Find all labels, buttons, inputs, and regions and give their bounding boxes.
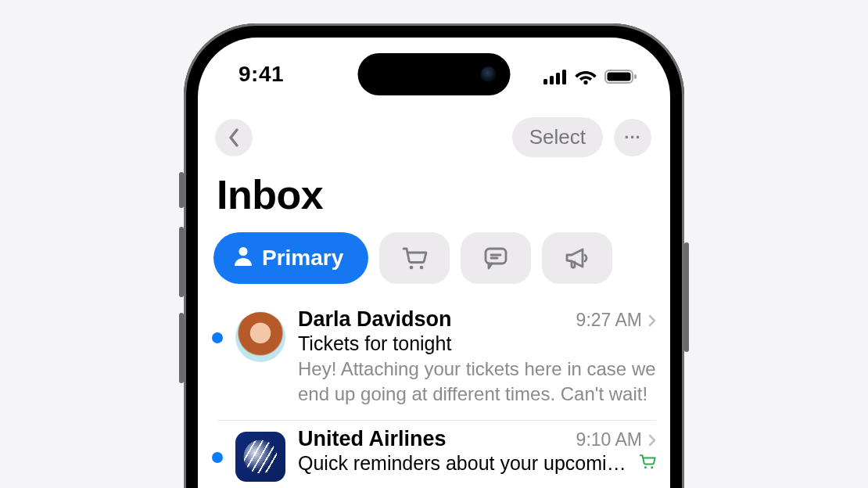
chevron-right-icon <box>648 434 656 447</box>
mail-preview: Hey! Attaching your tickets here in case… <box>298 357 656 406</box>
mail-subject: Tickets for tonight <box>298 332 656 355</box>
volume-down-button <box>179 313 184 383</box>
mail-time: 9:10 AM <box>576 429 642 450</box>
front-camera <box>481 66 497 82</box>
avatar <box>235 312 285 362</box>
volume-up-button <box>179 227 184 297</box>
svg-point-8 <box>239 247 248 256</box>
svg-point-15 <box>651 467 653 469</box>
svg-rect-0 <box>543 79 547 84</box>
page-title: Inbox <box>217 171 656 218</box>
select-button[interactable]: Select <box>512 117 603 157</box>
svg-rect-1 <box>550 76 554 84</box>
mail-list[interactable]: Darla Davidson 9:27 AM Tickets for tonig… <box>212 301 656 488</box>
avatar <box>235 432 285 482</box>
chat-icon <box>483 246 508 270</box>
svg-point-10 <box>420 266 424 270</box>
phone-frame: 9:41 Select <box>184 23 684 488</box>
cellular-icon <box>543 69 567 84</box>
mail-subject: Quick reminders about your upcoming… <box>298 452 631 475</box>
ellipsis-icon: ··· <box>624 127 640 148</box>
side-button <box>179 172 184 208</box>
mail-app: Select ··· Inbox Primary <box>198 114 670 488</box>
more-button[interactable]: ··· <box>614 119 651 156</box>
back-button[interactable] <box>215 119 253 156</box>
chevron-right-icon <box>648 314 656 327</box>
tab-primary-label: Primary <box>262 246 343 271</box>
svg-rect-2 <box>556 73 560 84</box>
mail-item[interactable]: Darla Davidson 9:27 AM Tickets for tonig… <box>217 301 656 421</box>
svg-point-4 <box>583 81 587 84</box>
mail-item[interactable]: United Airlines 9:10 AM Quick reminders … <box>217 421 656 488</box>
power-button <box>684 242 689 352</box>
sender-name: Darla Davidson <box>298 307 452 332</box>
status-time: 9:41 <box>239 59 284 87</box>
svg-rect-6 <box>608 73 631 81</box>
person-icon <box>234 246 253 271</box>
select-label: Select <box>529 125 586 149</box>
megaphone-icon <box>564 246 590 270</box>
cart-icon <box>639 454 656 472</box>
svg-rect-7 <box>634 74 637 79</box>
chevron-left-icon <box>228 128 240 147</box>
mail-time: 9:27 AM <box>576 310 642 331</box>
svg-point-14 <box>644 467 647 469</box>
wifi-icon <box>575 69 597 84</box>
battery-icon <box>604 69 637 84</box>
nav-bar: Select ··· <box>212 114 656 165</box>
unread-indicator <box>212 332 223 343</box>
svg-rect-11 <box>486 249 506 264</box>
sender-name: United Airlines <box>298 427 447 451</box>
svg-rect-3 <box>562 70 566 84</box>
tab-primary[interactable]: Primary <box>213 232 368 284</box>
tab-updates[interactable] <box>461 232 531 284</box>
unread-indicator <box>212 452 223 463</box>
tab-transactions[interactable] <box>379 232 450 284</box>
svg-point-9 <box>410 266 414 270</box>
category-tabs: Primary <box>212 232 656 284</box>
dynamic-island <box>358 53 511 95</box>
screen: 9:41 Select <box>198 38 670 488</box>
cart-icon <box>401 246 428 270</box>
tab-promotions[interactable] <box>542 232 612 284</box>
